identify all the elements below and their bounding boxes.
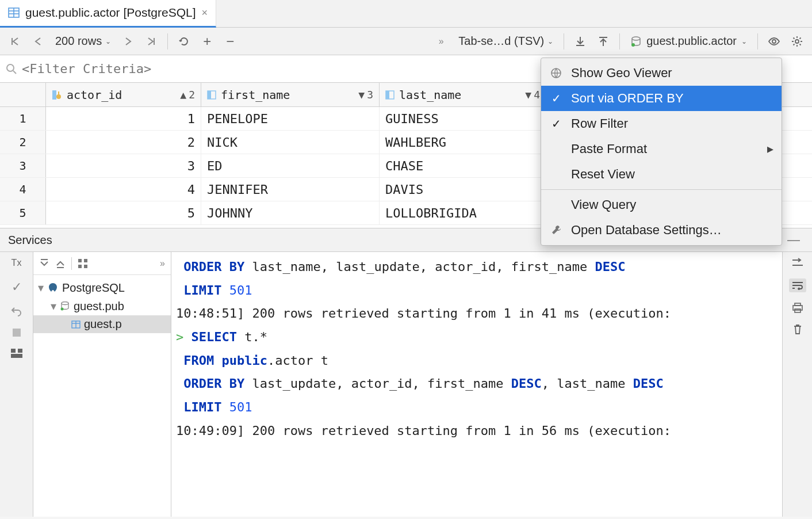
svg-rect-25 [84,265,87,268]
menu-paste-format[interactable]: Paste Format ▸ [541,136,782,162]
menu-label: Show Geo Viewer [571,66,672,81]
row-count-dropdown[interactable]: 200 rows ⌄ [51,35,116,48]
globe-icon [549,67,563,79]
check-icon: ✓ [549,91,563,105]
last-page-button[interactable] [141,31,162,52]
sort-num: 2 [189,89,195,101]
menu-show-geo-viewer[interactable]: Show Geo Viewer [541,60,782,86]
chevron-down-icon: ⌄ [741,37,747,45]
col-name: actor_id [67,88,122,102]
tree-label: guest.p [84,318,122,331]
col-name: last_name [399,88,461,102]
menu-reset-view[interactable]: Reset View [541,162,782,187]
menu-label: Sort via ORDER BY [571,91,684,106]
first-page-button[interactable] [5,31,25,52]
grid-icon[interactable] [78,258,88,269]
layout-icon[interactable] [11,349,22,358]
column-header-last-name[interactable]: last_name ▼4 [380,83,546,106]
remove-row-button[interactable]: − [220,31,240,52]
postgresql-icon [47,282,59,293]
more-button[interactable]: » [431,31,451,52]
expand-arrow-icon: ▾ [38,281,44,295]
svg-point-7 [795,40,799,43]
reload-button[interactable] [174,31,194,52]
scroll-end-icon[interactable] [791,258,804,268]
column-header-actor-id[interactable]: actor_id ▲2 [46,83,201,106]
next-page-button[interactable] [118,31,139,52]
close-icon[interactable]: × [202,7,208,19]
svg-rect-18 [13,329,21,337]
services-title: Services [8,234,52,247]
editor-tab[interactable]: guest.public.actor [PostgreSQL] × [0,0,216,28]
services-tree: ▾ PostgreSQL ▾ guest.pub guest.p [33,275,171,337]
add-row-button[interactable]: + [197,31,217,52]
tree-label: PostgreSQL [62,281,125,295]
row-count-label: 200 rows [55,35,102,48]
download-button[interactable] [570,31,591,52]
check-icon[interactable]: ✓ [12,280,22,295]
table-icon [71,320,81,329]
svg-rect-10 [52,90,56,100]
pk-icon [52,90,62,100]
upload-button[interactable] [593,31,614,52]
menu-label: Reset View [571,167,635,182]
services-tree-area: » ▾ PostgreSQL ▾ guest.pub guest.p [33,252,171,517]
services-body: Tx ✓ » ▾ PostgreSQL ▾ guest.pub [0,252,812,517]
tree-node-postgresql[interactable]: ▾ PostgreSQL [33,278,171,297]
svg-point-26 [62,302,68,305]
export-format-label: Tab-se…d (TSV) [458,35,544,48]
expand-arrow-icon: ▾ [51,299,56,313]
more-icon[interactable]: » [160,258,165,269]
sort-asc-icon: ▲ [180,89,186,101]
datasource-icon [60,302,70,311]
chevron-down-icon: ⌄ [547,37,553,45]
tree-toolbar: » [33,252,171,275]
chevron-down-icon: ⌄ [105,37,111,45]
tree-label: guest.pub [74,300,124,313]
services-left-toolbar: Tx ✓ [0,252,33,517]
svg-rect-24 [78,265,82,268]
tree-node-table[interactable]: guest.p [33,315,171,333]
svg-point-5 [631,43,635,47]
sort-desc-icon: ▼ [525,89,531,101]
tree-node-datasource[interactable]: ▾ guest.pub [33,297,171,315]
sort-desc-icon: ▼ [358,89,365,101]
sort-num: 4 [534,89,540,101]
export-format-dropdown[interactable]: Tab-se…d (TSV) ⌄ [454,35,558,48]
print-icon[interactable] [792,303,803,313]
menu-label: Row Filter [571,116,628,131]
stop-icon[interactable] [12,328,21,337]
settings-popup-menu: Show Geo Viewer ✓ Sort via ORDER BY ✓ Ro… [541,58,782,246]
search-icon [6,63,17,75]
datasource-selector[interactable]: guest.public.actor ⌄ [626,35,752,48]
prev-page-button[interactable] [28,31,48,52]
trash-icon[interactable] [792,323,803,335]
svg-point-8 [7,64,14,71]
sql-console[interactable]: ORDER BY last_name, last_update, actor_i… [171,252,782,517]
check-icon: ✓ [549,117,563,131]
tab-title: guest.public.actor [PostgreSQL] [25,6,196,20]
soft-wrap-icon[interactable] [789,278,806,292]
expand-icon[interactable] [39,258,49,269]
view-button[interactable] [764,31,784,52]
tx-label: Tx [12,258,22,268]
rownum-header [0,83,46,106]
datasource-icon [630,36,642,47]
menu-label: Open Database Settings… [571,223,722,238]
svg-rect-16 [386,91,389,99]
svg-rect-12 [58,91,59,96]
collapse-icon[interactable] [55,258,66,269]
svg-rect-33 [795,309,800,312]
minimize-icon[interactable]: — [783,230,804,250]
menu-label: Paste Format [571,142,647,157]
menu-sort-via-order-by[interactable]: ✓ Sort via ORDER BY [541,86,782,111]
undo-icon[interactable] [11,306,22,316]
svg-point-27 [61,308,64,311]
sort-num: 3 [367,89,373,101]
menu-view-query[interactable]: View Query [541,192,782,217]
column-header-first-name[interactable]: first_name ▼3 [201,83,380,106]
col-name: first_name [221,88,290,102]
settings-button[interactable] [787,31,807,52]
menu-row-filter[interactable]: ✓ Row Filter [541,111,782,136]
menu-open-database-settings[interactable]: Open Database Settings… [541,217,782,243]
